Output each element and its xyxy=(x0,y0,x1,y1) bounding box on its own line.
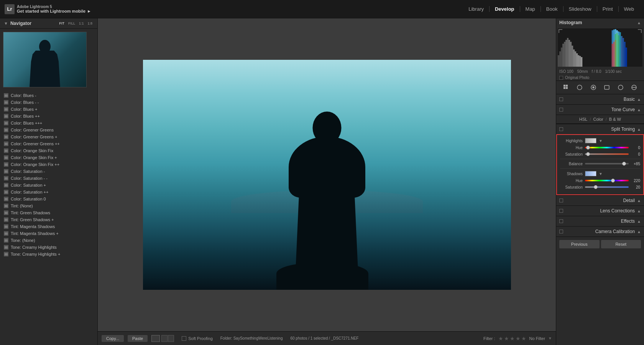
list-item[interactable]: Color: Saturation + xyxy=(0,182,97,189)
basic-header[interactable]: Basic ▲ xyxy=(556,94,644,104)
soft-proofing-checkbox[interactable] xyxy=(182,336,186,341)
camera-calibration-arrow[interactable]: ▲ xyxy=(637,230,641,234)
highlights-sat-handle[interactable] xyxy=(586,152,590,156)
list-item[interactable]: Color: Greener Greens ++ xyxy=(0,140,97,147)
basic-arrow[interactable]: ▲ xyxy=(637,97,641,102)
list-item[interactable]: Color: Greener Greens xyxy=(0,127,97,133)
detail-header[interactable]: Detail ▲ xyxy=(556,196,644,205)
highlights-swatch-arrow[interactable]: ▼ xyxy=(599,139,603,143)
color-tab[interactable]: Color xyxy=(593,117,603,122)
crop-tool-icon[interactable] xyxy=(575,83,584,92)
list-item[interactable]: Tint: Green Shadows xyxy=(0,209,97,216)
lens-corrections-header[interactable]: Lens Corrections ▲ xyxy=(556,206,644,216)
star-4[interactable]: ★ xyxy=(516,335,521,342)
list-item[interactable]: Color: Saturation 0 xyxy=(0,196,97,202)
paste-button[interactable]: Paste xyxy=(128,335,148,342)
nav-book[interactable]: Book xyxy=(541,6,564,12)
fit-btn-1-1[interactable]: 1:1 xyxy=(78,21,85,26)
shadows-sat-slider[interactable] xyxy=(585,185,629,189)
red-eye-icon[interactable] xyxy=(603,83,611,92)
split-toning-header[interactable]: Split Toning ▲ xyxy=(556,124,644,134)
effects-toggle[interactable] xyxy=(559,219,563,223)
svg-rect-25 xyxy=(626,48,627,67)
list-item[interactable]: Color: Orange Skin Fix + xyxy=(0,154,97,161)
list-item[interactable]: Color: Saturation - - xyxy=(0,175,97,182)
balance-handle[interactable] xyxy=(622,162,626,166)
graduated-filter-icon[interactable] xyxy=(616,83,625,92)
nav-library[interactable]: Library xyxy=(463,6,490,12)
shadows-sat-handle[interactable] xyxy=(594,185,598,189)
tone-curve-toggle[interactable] xyxy=(559,108,563,112)
tone-curve-arrow[interactable]: ▲ xyxy=(637,108,641,112)
camera-calibration-toggle[interactable] xyxy=(559,230,563,233)
list-item[interactable]: Tone: Creamy Highlights + xyxy=(0,251,97,258)
detail-toggle[interactable] xyxy=(559,199,563,202)
histogram-arrow[interactable]: ▲ xyxy=(637,21,641,25)
split-toning-toggle[interactable] xyxy=(559,127,563,131)
nav-web[interactable]: Web xyxy=(619,6,640,12)
nav-develop[interactable]: Develop xyxy=(490,6,520,12)
reset-button[interactable]: Reset xyxy=(601,240,641,248)
nav-slideshow[interactable]: Slideshow xyxy=(564,6,597,12)
list-item[interactable]: Tint: Magenta Shadows + xyxy=(0,230,97,237)
effects-arrow[interactable]: ▲ xyxy=(637,219,641,223)
list-item[interactable]: Color: Orange Skin Fix xyxy=(0,147,97,154)
list-item[interactable]: Color: Saturation ++ xyxy=(0,189,97,196)
shadows-swatch[interactable] xyxy=(585,171,596,176)
lens-corrections-arrow[interactable]: ▲ xyxy=(637,209,641,213)
fit-btn-1-8[interactable]: 1:8 xyxy=(86,21,94,26)
nav-map[interactable]: Map xyxy=(520,6,541,12)
list-item[interactable]: Tint: (None) xyxy=(0,202,97,209)
preset-icon-lines xyxy=(5,212,8,214)
list-item[interactable]: Tint: Green Shadows + xyxy=(0,216,97,223)
tone-curve-header[interactable]: Tone Curve ▲ xyxy=(556,105,644,115)
svg-rect-35 xyxy=(566,87,568,89)
adjustment-brush-icon[interactable] xyxy=(630,83,638,92)
star-5[interactable]: ★ xyxy=(521,335,526,342)
list-item[interactable]: Color: Blues +++ xyxy=(0,120,97,127)
spot-heal-icon[interactable] xyxy=(589,83,598,92)
hist-clip-highlights[interactable] xyxy=(638,29,642,33)
effects-header[interactable]: Effects ▲ xyxy=(556,216,644,226)
expand-arrow[interactable]: ▼ xyxy=(548,336,552,340)
grid-tool-icon[interactable] xyxy=(562,83,570,92)
basic-toggle[interactable] xyxy=(559,97,563,101)
list-item[interactable]: Color: Saturation - xyxy=(0,168,97,175)
camera-calibration-header[interactable]: Camera Calibration ▲ xyxy=(556,227,644,237)
hsl-tab[interactable]: HSL xyxy=(579,117,587,122)
star-2[interactable]: ★ xyxy=(504,335,509,342)
split-toning-arrow[interactable]: ▲ xyxy=(637,127,641,131)
star-1[interactable]: ★ xyxy=(498,335,503,342)
view-icon-1[interactable] xyxy=(151,335,160,342)
copy-button[interactable]: Copy... xyxy=(102,335,124,342)
list-item[interactable]: Tone: (None) xyxy=(0,237,97,244)
balance-slider[interactable] xyxy=(585,161,629,166)
fit-btn-fill[interactable]: FILL xyxy=(67,21,76,26)
list-item[interactable]: Color: Orange Skin Fix ++ xyxy=(0,161,97,168)
preset-icon-lines xyxy=(5,129,8,131)
svg-point-38 xyxy=(593,87,594,88)
highlights-hue-handle[interactable] xyxy=(586,146,590,150)
highlights-sat-slider[interactable] xyxy=(585,152,629,156)
list-item[interactable]: Color: Blues - xyxy=(0,92,97,99)
list-item[interactable]: Tint: Magenta Shadows xyxy=(0,223,97,230)
shadows-swatch-arrow[interactable]: ▼ xyxy=(599,172,603,176)
list-item[interactable]: Tone: Creamy Highlights xyxy=(0,244,97,251)
list-item[interactable]: Color: Greener Greens + xyxy=(0,133,97,140)
highlights-swatch[interactable] xyxy=(585,138,596,143)
star-3[interactable]: ★ xyxy=(510,335,515,342)
list-item[interactable]: Color: Blues - - xyxy=(0,99,97,106)
previous-button[interactable]: Previous xyxy=(559,240,600,248)
shadows-hue-slider[interactable] xyxy=(585,178,629,183)
fit-btn-fit[interactable]: FIT xyxy=(58,21,66,26)
list-item[interactable]: Color: Blues + xyxy=(0,106,97,113)
nav-print[interactable]: Print xyxy=(597,6,619,12)
lens-corrections-toggle[interactable] xyxy=(559,209,563,213)
shadows-hue-handle[interactable] xyxy=(611,179,615,182)
list-item[interactable]: Color: Blues ++ xyxy=(0,113,97,120)
original-photo-checkbox[interactable] xyxy=(559,76,563,80)
highlights-hue-slider[interactable] xyxy=(585,145,629,150)
detail-arrow[interactable]: ▲ xyxy=(637,199,641,203)
bw-tab[interactable]: B & W xyxy=(609,117,621,122)
hist-clip-shadows[interactable] xyxy=(559,29,562,33)
